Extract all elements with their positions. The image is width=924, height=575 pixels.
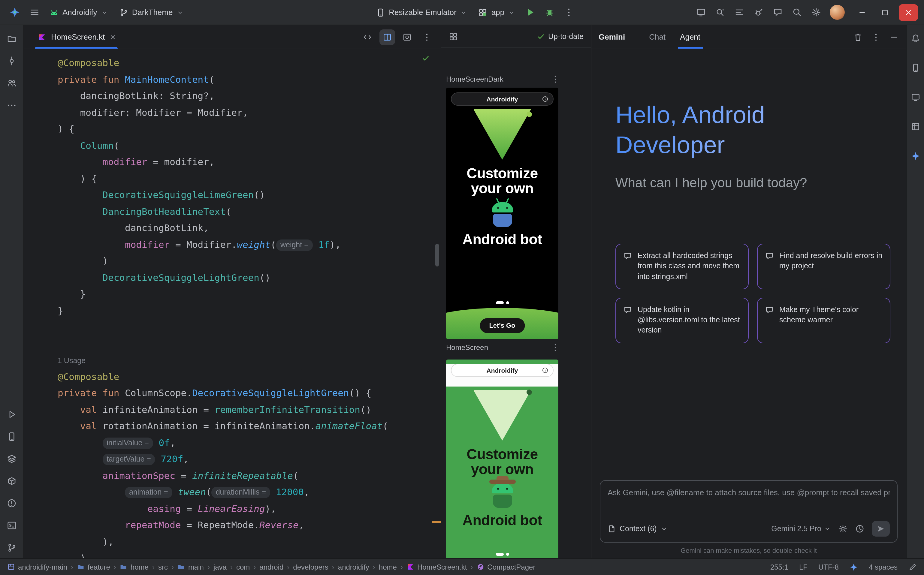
run-tool-icon[interactable]	[3, 406, 20, 423]
preview-menu-icon[interactable]	[550, 75, 560, 84]
breadcrumb-item[interactable]: CompactPager	[476, 563, 535, 571]
run-config-selector[interactable]: app	[473, 5, 520, 20]
notifications-icon[interactable]	[908, 31, 922, 46]
triangle-decoration	[473, 390, 531, 440]
split-view-icon[interactable]	[379, 29, 395, 45]
editor-options-icon[interactable]	[419, 29, 435, 45]
breadcrumb-separator: ›	[332, 563, 334, 571]
breadcrumb-item[interactable]: android	[259, 563, 283, 571]
suggestion-card[interactable]: Find and resolve build errors in my proj…	[757, 244, 891, 289]
gemini-chat-icon[interactable]	[768, 3, 787, 21]
gemini-settings-icon[interactable]	[838, 524, 848, 534]
more-tool-windows-icon[interactable]	[3, 97, 20, 113]
ai-debug-icon[interactable]	[749, 3, 767, 21]
androidify-pill: Androidify	[451, 92, 553, 106]
device-manager-icon[interactable]	[908, 60, 922, 75]
chevron-down-icon	[660, 525, 668, 532]
preview-toolbar: Up-to-date	[441, 25, 591, 48]
breadcrumb-item[interactable]: androidify-main	[7, 563, 67, 571]
hide-panel-icon[interactable]	[889, 32, 899, 42]
send-button[interactable]	[872, 521, 890, 537]
debug-button[interactable]	[540, 3, 558, 21]
breadcrumb-item[interactable]: home	[379, 563, 397, 571]
suggestion-card[interactable]: Extract all hardcoded strings from this …	[615, 244, 749, 289]
commit-tool-icon[interactable]	[3, 52, 20, 69]
device-manager-icon[interactable]	[3, 428, 20, 445]
wave-decoration: Let's Go	[446, 308, 558, 339]
inspections-ok-icon[interactable]	[421, 54, 430, 62]
breadcrumb-item[interactable]: main	[177, 563, 204, 571]
history-icon[interactable]	[855, 524, 865, 534]
logcat-icon[interactable]	[730, 3, 748, 21]
preview-canvas[interactable]: HomeScreenDark Androidify Customize your…	[441, 48, 591, 558]
close-tab-icon[interactable]: ×	[110, 32, 116, 41]
design-view-icon[interactable]	[399, 29, 415, 45]
project-tool-icon[interactable]	[3, 30, 20, 47]
editor-scrollbar[interactable]	[435, 244, 439, 267]
preview-menu-icon[interactable]	[550, 343, 560, 352]
app-inspection-icon[interactable]	[3, 472, 20, 489]
preview-frame-homescreendark[interactable]: Androidify Customize your own Android	[446, 87, 558, 339]
build-tool-icon[interactable]	[3, 450, 20, 467]
breadcrumb-item[interactable]: home	[120, 563, 149, 571]
lets-go-button[interactable]: Let's Go	[479, 318, 525, 333]
close-window-button[interactable]	[899, 4, 918, 21]
breadcrumb-item[interactable]: developers	[293, 563, 328, 571]
device-selector[interactable]: Resizable Emulator	[371, 5, 472, 20]
preview-name[interactable]: HomeScreenDark	[446, 75, 503, 83]
gemini-input-box[interactable]: Ask Gemini, use @filename to attach sour…	[600, 480, 898, 543]
running-devices-icon[interactable]	[908, 90, 922, 105]
breadcrumb-item[interactable]: androidify	[338, 563, 369, 571]
editor-tab-homescreen[interactable]: HomeScreen.kt ×	[31, 25, 122, 49]
context-selector[interactable]: Context (6)	[608, 524, 668, 533]
gemini-icon[interactable]	[908, 149, 922, 163]
edit-indicator-icon[interactable]	[908, 563, 917, 571]
gemini-tab-chat[interactable]: Chat	[642, 25, 673, 49]
main-menu-icon[interactable]	[25, 3, 43, 21]
breadcrumb-item[interactable]: src	[158, 563, 168, 571]
terminal-tool-icon[interactable]	[3, 517, 20, 534]
more-options-icon[interactable]	[871, 32, 881, 42]
gemini-star-icon[interactable]	[849, 563, 858, 571]
warning-stripe-mark[interactable]	[432, 521, 441, 523]
breadcrumb-item[interactable]: java	[213, 563, 227, 571]
gemini-input[interactable]: Ask Gemini, use @filename to attach sour…	[608, 488, 890, 497]
main-area: HomeScreen.kt × @Composableprivate fun M…	[0, 25, 924, 558]
android-studio-window: Androidify DarkTheme Resizable Emulator …	[0, 0, 924, 575]
settings-gear-icon[interactable]	[807, 3, 825, 21]
caret-position[interactable]: 255:1	[770, 563, 788, 571]
search-everywhere-icon[interactable]	[788, 3, 806, 21]
breadcrumb-item[interactable]: HomeScreen.kt	[407, 563, 467, 571]
code-line: Column(	[58, 138, 441, 154]
user-avatar[interactable]	[830, 5, 845, 20]
suggestion-card[interactable]: Update kotlin in @libs.version.toml to t…	[615, 298, 749, 343]
device-streaming-icon[interactable]	[692, 3, 710, 21]
preview-gallery-icon[interactable]	[448, 32, 458, 41]
encoding[interactable]: UTF-8	[818, 563, 839, 571]
model-selector[interactable]: Gemini 2.5 Pro	[771, 524, 831, 533]
code-area[interactable]: @Composableprivate fun MainHomeContent( …	[24, 49, 441, 558]
version-control-icon[interactable]	[3, 539, 20, 556]
line-ending[interactable]: LF	[799, 563, 808, 571]
maximize-window-button[interactable]	[876, 4, 894, 21]
suggestion-card[interactable]: Make my Theme's color scheme warmer	[757, 298, 891, 343]
pull-requests-icon[interactable]	[3, 75, 20, 91]
run-button[interactable]	[521, 3, 539, 21]
layout-inspector-icon[interactable]	[908, 119, 922, 134]
breadcrumb-item[interactable]: feature	[77, 563, 110, 571]
more-run-options-icon[interactable]	[560, 3, 577, 21]
project-selector[interactable]: Androidify	[45, 5, 113, 20]
preview-name[interactable]: HomeScreen	[446, 343, 488, 352]
gemini-body: Hello, Android Developer What can I help…	[592, 49, 906, 480]
indent-style[interactable]: 4 spaces	[869, 563, 898, 571]
breadcrumb-item[interactable]: com	[236, 563, 250, 571]
minimize-window-button[interactable]	[853, 4, 871, 21]
preview-pane-header: HomeScreen	[446, 339, 560, 356]
ai-search-icon[interactable]	[711, 3, 729, 21]
delete-conversation-icon[interactable]	[853, 32, 863, 42]
gemini-tab-agent[interactable]: Agent	[673, 25, 708, 49]
problems-tool-icon[interactable]	[3, 495, 20, 511]
preview-frame-homescreen[interactable]: Androidify Customize your own	[446, 359, 558, 558]
code-view-icon[interactable]	[359, 29, 375, 45]
branch-selector[interactable]: DarkTheme	[114, 5, 189, 20]
